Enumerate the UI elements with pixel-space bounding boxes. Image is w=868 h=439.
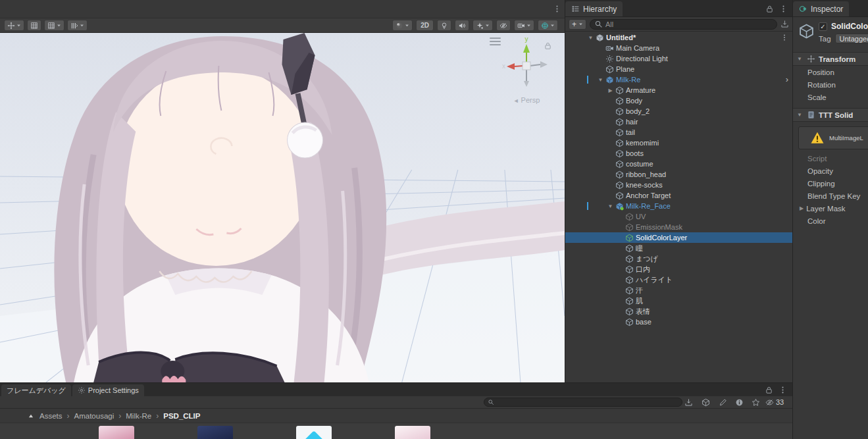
inspector-field-clipping[interactable]: Clipping <box>793 177 868 190</box>
projection-label[interactable]: ◄ Persp <box>499 96 554 104</box>
hierarchy-item-costume[interactable]: costume <box>565 159 792 169</box>
search-filter-icon[interactable] <box>780 20 789 28</box>
hierarchy-item-tail[interactable]: tail <box>565 127 792 138</box>
foldout-icon[interactable]: ▼ <box>587 35 594 41</box>
scene-audio-toggle[interactable] <box>455 20 469 31</box>
move-tool-button[interactable] <box>4 20 24 31</box>
hierarchy-search-input[interactable]: All <box>590 19 777 30</box>
item-options-icon[interactable] <box>780 34 788 41</box>
2d-toggle-button[interactable]: 2D <box>416 20 434 31</box>
info-icon[interactable] <box>735 398 744 407</box>
hierarchy-item-item-25[interactable]: 肌 <box>565 296 792 306</box>
foldout-icon[interactable]: ▼ <box>607 203 614 209</box>
hierarchy-item-anchor-target[interactable]: Anchor Target <box>565 190 792 201</box>
inspector-field-script[interactable]: Script <box>793 152 868 165</box>
cube-icon <box>615 86 624 95</box>
inspector-field-position[interactable]: Position <box>793 66 868 78</box>
snap-settings-button[interactable] <box>44 20 64 31</box>
hierarchy-item-item-21[interactable]: まつげ <box>565 253 792 264</box>
foldout-down-icon[interactable]: ▼ <box>797 56 804 62</box>
hierarchy-item-ribbon-head[interactable]: ribbon_head <box>565 169 792 180</box>
orientation-gizmo[interactable]: y x <box>496 34 558 100</box>
gizmos-button[interactable] <box>538 20 558 31</box>
hierarchy-item-boots[interactable]: boots <box>565 148 792 159</box>
field-label: Layer Mask <box>806 205 845 213</box>
scene-lighting-toggle[interactable] <box>437 20 451 31</box>
breadcrumb-item-assets[interactable]: Assets <box>39 412 63 420</box>
breadcrumb-separator: › <box>67 411 70 421</box>
inspector-field-opacity[interactable]: Opacity <box>793 165 868 177</box>
hidden-count-eye-icon[interactable] <box>765 398 774 407</box>
tab-frame-debugger[interactable]: フレームデバッグ <box>1 384 71 396</box>
breadcrumb-item-amatousagi[interactable]: Amatousagi <box>74 412 115 420</box>
lock-icon[interactable] <box>765 5 774 13</box>
package-icon[interactable] <box>702 398 710 407</box>
hierarchy-item-base[interactable]: base <box>565 317 792 327</box>
tool-columns-button[interactable] <box>67 20 88 31</box>
hierarchy-item-item-22[interactable]: 口内 <box>565 264 792 274</box>
hierarchy-item-hair[interactable]: hair <box>565 116 792 127</box>
tab-project-settings[interactable]: Project Settings <box>72 384 144 396</box>
asset-thumbnail-character-art-pink[interactable] <box>99 426 134 439</box>
hierarchy-item-label: Main Camera <box>616 44 659 52</box>
project-search-input[interactable] <box>484 398 682 407</box>
scroll-up-icon[interactable] <box>28 413 34 419</box>
asset-thumbnail-clip-file-cyan[interactable] <box>296 426 332 439</box>
more-options-icon[interactable] <box>779 386 787 394</box>
hierarchy-item-body[interactable]: Body <box>565 95 792 106</box>
grid-toggle-button[interactable] <box>27 20 41 31</box>
warning-helpbox: MultiImageL <box>798 126 868 149</box>
hierarchy-item-body-2[interactable]: body_2 <box>565 106 792 116</box>
prefab-open-chevron[interactable]: › <box>786 76 788 84</box>
object-name-field[interactable]: SolidColorLayer <box>831 22 868 31</box>
foldout-down-icon[interactable]: ▼ <box>797 112 804 118</box>
tag-dropdown[interactable]: Untagged <box>835 34 868 43</box>
scene-tab-options-icon[interactable] <box>553 5 561 13</box>
hierarchy-item-uv[interactable]: UV <box>565 211 792 222</box>
inspector-field-blend-type-key[interactable]: Blend Type Key <box>793 190 868 202</box>
hierarchy-item-main-camera[interactable]: Main Camera <box>565 43 792 53</box>
more-options-icon[interactable] <box>779 5 788 13</box>
hierarchy-item-directional-light[interactable]: Directional Light <box>565 53 792 64</box>
foldout-icon[interactable]: ▼ <box>597 77 604 83</box>
hierarchy-item-kemomimi[interactable]: kemomimi <box>565 138 792 148</box>
tab-inspector[interactable]: Inspector <box>793 1 849 16</box>
hierarchy-item-untitled[interactable]: ▼Untitled* <box>565 32 792 43</box>
inspector-field-scale[interactable]: Scale <box>793 91 868 103</box>
effects-toggle-button[interactable] <box>472 20 493 31</box>
ttt-component-header[interactable]: ▼ TTT Solid <box>793 108 868 122</box>
foldout-icon[interactable]: ▶ <box>607 88 614 93</box>
foldout-right-icon[interactable]: ▶ <box>800 205 804 211</box>
active-checkbox[interactable]: ✓ <box>819 22 827 31</box>
edit-icon[interactable] <box>719 398 727 407</box>
transform-component-header[interactable]: ▼ Transform <box>793 52 868 66</box>
hierarchy-item-armature[interactable]: ▶Armature <box>565 85 792 95</box>
import-icon[interactable] <box>684 398 693 407</box>
hierarchy-item-item-20[interactable]: 瞳 <box>565 243 792 253</box>
hierarchy-item-item-24[interactable]: 汗 <box>565 285 792 296</box>
breadcrumb-item-milk-re[interactable]: Milk-Re <box>126 412 151 420</box>
scene-visibility-toggle[interactable] <box>496 20 511 31</box>
lock-icon[interactable] <box>765 386 773 394</box>
hierarchy-item-milk-re[interactable]: ▼Milk-Re› <box>565 74 792 85</box>
inspector-field-layer-mask[interactable]: ▶Layer Mask <box>793 202 868 215</box>
favorites-star-icon[interactable] <box>752 398 760 407</box>
hierarchy-item-solidcolorlayer[interactable]: SolidColorLayer <box>565 232 792 243</box>
hierarchy-item-item-26[interactable]: 表情 <box>565 306 792 317</box>
shading-mode-button[interactable] <box>392 20 413 31</box>
hierarchy-item-item-23[interactable]: ハイライト <box>565 274 792 285</box>
scene-viewport[interactable]: y x ◄ Persp <box>0 33 565 382</box>
asset-thumbnail-character-art-pale[interactable] <box>395 426 430 439</box>
create-object-button[interactable]: + <box>569 19 586 30</box>
inspector-field-color[interactable]: Color <box>793 215 868 227</box>
gameobject-cube-icon <box>798 23 815 39</box>
hierarchy-item-knee-socks[interactable]: knee-socks <box>565 180 792 190</box>
asset-thumbnail-texture-dark-navy[interactable] <box>197 426 233 439</box>
breadcrumb-item-psd-clip[interactable]: PSD_CLIP <box>163 412 200 420</box>
hierarchy-item-plane[interactable]: Plane <box>565 64 792 74</box>
camera-settings-button[interactable] <box>514 20 534 31</box>
inspector-field-rotation[interactable]: Rotation <box>793 78 868 91</box>
hierarchy-item-milk-re-face[interactable]: ▼Milk-Re_Face <box>565 201 792 211</box>
hierarchy-item-emissionmask[interactable]: EmissionMask <box>565 222 792 232</box>
tab-hierarchy[interactable]: Hierarchy <box>565 1 623 16</box>
